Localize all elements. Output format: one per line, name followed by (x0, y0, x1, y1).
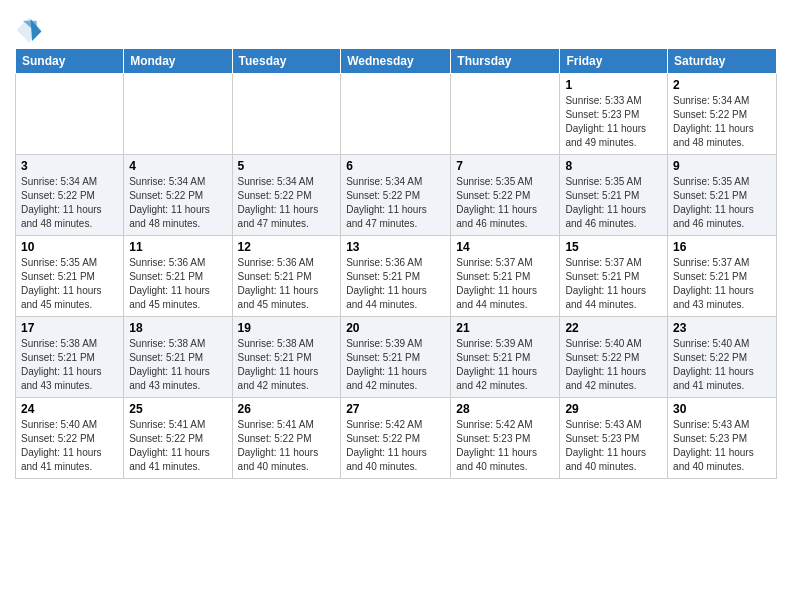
day-cell: 4Sunrise: 5:34 AM Sunset: 5:22 PM Daylig… (124, 155, 232, 236)
day-info: Sunrise: 5:36 AM Sunset: 5:21 PM Dayligh… (346, 256, 445, 312)
day-info: Sunrise: 5:36 AM Sunset: 5:21 PM Dayligh… (238, 256, 336, 312)
day-info: Sunrise: 5:37 AM Sunset: 5:21 PM Dayligh… (673, 256, 771, 312)
day-number: 6 (346, 159, 445, 173)
day-cell: 19Sunrise: 5:38 AM Sunset: 5:21 PM Dayli… (232, 317, 341, 398)
day-cell: 18Sunrise: 5:38 AM Sunset: 5:21 PM Dayli… (124, 317, 232, 398)
calendar-table: SundayMondayTuesdayWednesdayThursdayFrid… (15, 48, 777, 479)
day-info: Sunrise: 5:42 AM Sunset: 5:22 PM Dayligh… (346, 418, 445, 474)
day-cell: 3Sunrise: 5:34 AM Sunset: 5:22 PM Daylig… (16, 155, 124, 236)
day-number: 13 (346, 240, 445, 254)
day-number: 25 (129, 402, 226, 416)
day-number: 30 (673, 402, 771, 416)
calendar-header: SundayMondayTuesdayWednesdayThursdayFrid… (16, 49, 777, 74)
day-number: 21 (456, 321, 554, 335)
logo (15, 16, 47, 44)
col-header-wednesday: Wednesday (341, 49, 451, 74)
day-info: Sunrise: 5:39 AM Sunset: 5:21 PM Dayligh… (346, 337, 445, 393)
day-info: Sunrise: 5:33 AM Sunset: 5:23 PM Dayligh… (565, 94, 662, 150)
day-info: Sunrise: 5:34 AM Sunset: 5:22 PM Dayligh… (673, 94, 771, 150)
day-number: 28 (456, 402, 554, 416)
day-number: 15 (565, 240, 662, 254)
day-info: Sunrise: 5:40 AM Sunset: 5:22 PM Dayligh… (673, 337, 771, 393)
day-info: Sunrise: 5:34 AM Sunset: 5:22 PM Dayligh… (346, 175, 445, 231)
day-info: Sunrise: 5:40 AM Sunset: 5:22 PM Dayligh… (21, 418, 118, 474)
day-cell: 27Sunrise: 5:42 AM Sunset: 5:22 PM Dayli… (341, 398, 451, 479)
week-row-1: 1Sunrise: 5:33 AM Sunset: 5:23 PM Daylig… (16, 74, 777, 155)
day-number: 2 (673, 78, 771, 92)
day-number: 17 (21, 321, 118, 335)
week-row-2: 3Sunrise: 5:34 AM Sunset: 5:22 PM Daylig… (16, 155, 777, 236)
day-info: Sunrise: 5:35 AM Sunset: 5:21 PM Dayligh… (673, 175, 771, 231)
day-info: Sunrise: 5:34 AM Sunset: 5:22 PM Dayligh… (238, 175, 336, 231)
day-number: 10 (21, 240, 118, 254)
day-cell: 23Sunrise: 5:40 AM Sunset: 5:22 PM Dayli… (668, 317, 777, 398)
day-info: Sunrise: 5:43 AM Sunset: 5:23 PM Dayligh… (565, 418, 662, 474)
header-row: SundayMondayTuesdayWednesdayThursdayFrid… (16, 49, 777, 74)
logo-icon (15, 16, 43, 44)
day-info: Sunrise: 5:38 AM Sunset: 5:21 PM Dayligh… (129, 337, 226, 393)
day-cell: 30Sunrise: 5:43 AM Sunset: 5:23 PM Dayli… (668, 398, 777, 479)
day-info: Sunrise: 5:35 AM Sunset: 5:21 PM Dayligh… (565, 175, 662, 231)
day-number: 7 (456, 159, 554, 173)
day-info: Sunrise: 5:38 AM Sunset: 5:21 PM Dayligh… (21, 337, 118, 393)
day-cell: 12Sunrise: 5:36 AM Sunset: 5:21 PM Dayli… (232, 236, 341, 317)
day-cell: 15Sunrise: 5:37 AM Sunset: 5:21 PM Dayli… (560, 236, 668, 317)
day-info: Sunrise: 5:41 AM Sunset: 5:22 PM Dayligh… (238, 418, 336, 474)
col-header-sunday: Sunday (16, 49, 124, 74)
day-info: Sunrise: 5:41 AM Sunset: 5:22 PM Dayligh… (129, 418, 226, 474)
day-cell: 16Sunrise: 5:37 AM Sunset: 5:21 PM Dayli… (668, 236, 777, 317)
day-number: 26 (238, 402, 336, 416)
day-cell: 28Sunrise: 5:42 AM Sunset: 5:23 PM Dayli… (451, 398, 560, 479)
day-info: Sunrise: 5:36 AM Sunset: 5:21 PM Dayligh… (129, 256, 226, 312)
day-cell: 11Sunrise: 5:36 AM Sunset: 5:21 PM Dayli… (124, 236, 232, 317)
day-number: 4 (129, 159, 226, 173)
day-number: 16 (673, 240, 771, 254)
day-number: 20 (346, 321, 445, 335)
day-number: 22 (565, 321, 662, 335)
day-cell: 13Sunrise: 5:36 AM Sunset: 5:21 PM Dayli… (341, 236, 451, 317)
calendar-body: 1Sunrise: 5:33 AM Sunset: 5:23 PM Daylig… (16, 74, 777, 479)
day-cell: 2Sunrise: 5:34 AM Sunset: 5:22 PM Daylig… (668, 74, 777, 155)
day-info: Sunrise: 5:34 AM Sunset: 5:22 PM Dayligh… (129, 175, 226, 231)
col-header-saturday: Saturday (668, 49, 777, 74)
day-info: Sunrise: 5:43 AM Sunset: 5:23 PM Dayligh… (673, 418, 771, 474)
day-cell: 21Sunrise: 5:39 AM Sunset: 5:21 PM Dayli… (451, 317, 560, 398)
day-info: Sunrise: 5:37 AM Sunset: 5:21 PM Dayligh… (565, 256, 662, 312)
day-number: 8 (565, 159, 662, 173)
day-number: 24 (21, 402, 118, 416)
day-number: 12 (238, 240, 336, 254)
day-number: 23 (673, 321, 771, 335)
day-cell: 9Sunrise: 5:35 AM Sunset: 5:21 PM Daylig… (668, 155, 777, 236)
col-header-thursday: Thursday (451, 49, 560, 74)
day-cell (341, 74, 451, 155)
day-info: Sunrise: 5:40 AM Sunset: 5:22 PM Dayligh… (565, 337, 662, 393)
day-cell (124, 74, 232, 155)
day-cell: 1Sunrise: 5:33 AM Sunset: 5:23 PM Daylig… (560, 74, 668, 155)
col-header-monday: Monday (124, 49, 232, 74)
day-cell: 29Sunrise: 5:43 AM Sunset: 5:23 PM Dayli… (560, 398, 668, 479)
day-number: 27 (346, 402, 445, 416)
day-number: 9 (673, 159, 771, 173)
day-cell: 20Sunrise: 5:39 AM Sunset: 5:21 PM Dayli… (341, 317, 451, 398)
day-cell: 14Sunrise: 5:37 AM Sunset: 5:21 PM Dayli… (451, 236, 560, 317)
day-info: Sunrise: 5:37 AM Sunset: 5:21 PM Dayligh… (456, 256, 554, 312)
day-number: 5 (238, 159, 336, 173)
day-info: Sunrise: 5:42 AM Sunset: 5:23 PM Dayligh… (456, 418, 554, 474)
day-cell (451, 74, 560, 155)
day-number: 14 (456, 240, 554, 254)
day-cell: 17Sunrise: 5:38 AM Sunset: 5:21 PM Dayli… (16, 317, 124, 398)
day-cell: 22Sunrise: 5:40 AM Sunset: 5:22 PM Dayli… (560, 317, 668, 398)
day-cell (232, 74, 341, 155)
day-cell: 10Sunrise: 5:35 AM Sunset: 5:21 PM Dayli… (16, 236, 124, 317)
day-cell: 24Sunrise: 5:40 AM Sunset: 5:22 PM Dayli… (16, 398, 124, 479)
day-info: Sunrise: 5:35 AM Sunset: 5:21 PM Dayligh… (21, 256, 118, 312)
day-info: Sunrise: 5:34 AM Sunset: 5:22 PM Dayligh… (21, 175, 118, 231)
day-cell: 26Sunrise: 5:41 AM Sunset: 5:22 PM Dayli… (232, 398, 341, 479)
day-number: 19 (238, 321, 336, 335)
week-row-3: 10Sunrise: 5:35 AM Sunset: 5:21 PM Dayli… (16, 236, 777, 317)
week-row-4: 17Sunrise: 5:38 AM Sunset: 5:21 PM Dayli… (16, 317, 777, 398)
day-number: 1 (565, 78, 662, 92)
day-info: Sunrise: 5:38 AM Sunset: 5:21 PM Dayligh… (238, 337, 336, 393)
day-cell: 7Sunrise: 5:35 AM Sunset: 5:22 PM Daylig… (451, 155, 560, 236)
day-number: 18 (129, 321, 226, 335)
